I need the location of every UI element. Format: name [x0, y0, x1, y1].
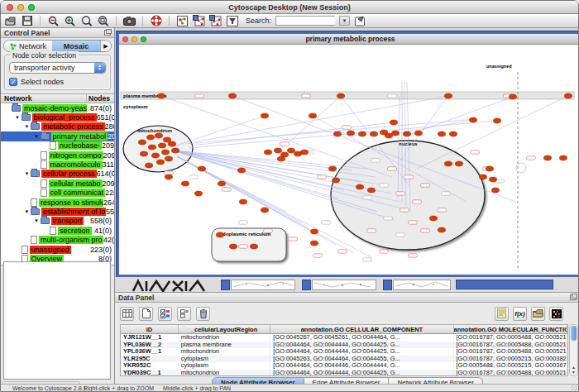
table-row[interactable]: YPL036W__1mitochondrion[GO:0044464, GO:0…: [121, 348, 567, 356]
column-header-2[interactable]: annotation.GO CELLULAR_COMPONENT: [270, 325, 453, 333]
snapshot-camera-icon[interactable]: [123, 15, 136, 26]
network-node[interactable]: [543, 155, 551, 160]
network-node[interactable]: [414, 131, 422, 136]
tree-row-cellular-process[interactable]: ▼cellular process614(0): [1, 170, 114, 179]
more-tabs-arrow[interactable]: ▶: [100, 41, 111, 51]
tree-row-cell-communicat[interactable]: cell communicat22(0): [1, 189, 114, 198]
import-attributes-folder-icon[interactable]: [531, 307, 545, 321]
network-canvas[interactable]: plasma membrane cytoplasm mitochondrion …: [119, 45, 579, 275]
tree-expand-arrow[interactable]: ▼: [23, 209, 31, 214]
tree-row-unassigned[interactable]: unassigned223(0): [1, 245, 114, 254]
birds-eye-view[interactable]: [3, 261, 111, 380]
select-attributes-icon[interactable]: [158, 307, 172, 321]
zoom-out-icon[interactable]: [47, 15, 60, 26]
network-node[interactable]: [300, 150, 308, 155]
network-node[interactable]: [469, 117, 476, 122]
new-network-all-edges-icon[interactable]: [209, 15, 222, 26]
network-node[interactable]: [333, 131, 341, 136]
open-folder-icon[interactable]: [4, 15, 17, 26]
network-node[interactable]: [479, 174, 486, 179]
zoom-fit-icon[interactable]: [97, 15, 109, 26]
tree-expand-arrow[interactable]: ▼: [33, 218, 41, 223]
network-node[interactable]: [194, 191, 202, 196]
network-node[interactable]: [449, 131, 457, 136]
node-color-dropdown[interactable]: transporter activity ▲▼: [9, 62, 106, 74]
network-node[interactable]: [328, 166, 336, 171]
network-node[interactable]: [146, 135, 154, 140]
network-view-frame[interactable]: primary metabolic process plasma membran…: [117, 31, 579, 277]
network-node[interactable]: [163, 137, 170, 142]
matrix-view-icon[interactable]: [549, 307, 563, 321]
column-header-3[interactable]: annotation.GO MOLECULAR_FUNCTION: [454, 325, 567, 333]
tree-row-response-to-stimulu[interactable]: response to stimulu264(0): [1, 198, 114, 207]
network-node[interactable]: [155, 133, 162, 138]
zoom-in-icon[interactable]: [64, 15, 76, 26]
network-node[interactable]: [358, 131, 366, 136]
network-node[interactable]: [403, 131, 410, 136]
tree-row-primary-metabol[interactable]: ▼primary metabol209(...: [1, 131, 114, 141]
close-window-button[interactable]: [7, 4, 13, 11]
frame-zoom-button[interactable]: [141, 36, 146, 42]
network-node[interactable]: [356, 184, 363, 189]
network-node[interactable]: [444, 161, 452, 166]
network-node[interactable]: [239, 199, 246, 204]
network-node[interactable]: [165, 174, 172, 179]
network-node[interactable]: [216, 232, 223, 237]
scrollbar-arrows[interactable]: ▲▼: [570, 365, 577, 375]
network-node[interactable]: [261, 113, 268, 118]
network-node[interactable]: [287, 148, 294, 153]
tab-mosaic[interactable]: Mosaic: [52, 41, 100, 51]
network-node[interactable]: [455, 161, 462, 166]
background-window-edge[interactable]: [383, 280, 392, 290]
tree-row-nitrogen-compo[interactable]: nitrogen compo209(0): [1, 151, 114, 160]
network-node[interactable]: [237, 168, 245, 173]
new-attribute-icon[interactable]: [139, 307, 153, 321]
network-node[interactable]: [148, 145, 156, 150]
table-vertical-scrollbar[interactable]: ▲▼: [569, 324, 578, 376]
background-window-titlebar[interactable]: [456, 280, 553, 289]
table-row[interactable]: YKR052Ccytoplasm[GO:0044464, GO:0044446,…: [121, 362, 567, 370]
network-node[interactable]: [347, 131, 354, 136]
network-node[interactable]: [444, 93, 452, 98]
zoom-actual-icon[interactable]: [80, 15, 93, 26]
table-row[interactable]: YJR121W__1mitochondrion[GO:0045267, GO:0…: [121, 334, 567, 342]
tree-row-biological-process[interactable]: ▼biological_process651(0): [1, 112, 114, 122]
column-header-0[interactable]: ID: [121, 325, 179, 333]
column-header-1[interactable]: _cellularLayoutRegion: [179, 325, 271, 333]
table-row[interactable]: YDR039C__1mitochondrion[GO:0044464, GO:0…: [121, 370, 567, 376]
background-window-edge[interactable]: [302, 280, 311, 290]
network-node[interactable]: [264, 150, 271, 155]
network-node[interactable]: [261, 208, 268, 213]
network-node[interactable]: [161, 150, 169, 155]
network-node[interactable]: [168, 141, 175, 146]
network-node[interactable]: [489, 177, 496, 182]
network-node[interactable]: [157, 93, 165, 98]
float-panel-icon[interactable]: [104, 30, 111, 36]
network-node[interactable]: [156, 160, 164, 165]
network-node[interactable]: [438, 227, 445, 232]
vizmapper-icon[interactable]: [176, 15, 189, 26]
background-window-edge[interactable]: [221, 280, 230, 290]
delete-attribute-icon[interactable]: [196, 307, 210, 321]
tree-row-macromolecule[interactable]: macromolecule311(0): [1, 160, 114, 169]
select-all-attributes-icon[interactable]: [120, 307, 134, 321]
network-node[interactable]: [171, 148, 179, 153]
select-nodes-checkbox[interactable]: ✓: [9, 78, 17, 86]
network-node[interactable]: [564, 93, 572, 98]
new-network-from-selection-icon[interactable]: [193, 15, 205, 26]
tree-row-mosaic-demo-yeast[interactable]: mosaic-demo-yeast874(0): [1, 103, 114, 112]
tree-expand-arrow[interactable]: ▼: [14, 115, 22, 120]
resize-grip[interactable]: [571, 384, 577, 390]
help-lifering-icon[interactable]: [150, 15, 162, 26]
network-node[interactable]: [151, 153, 159, 158]
network-node[interactable]: [229, 244, 237, 249]
background-window-preview[interactable]: [312, 280, 376, 290]
scrollbar-thumb[interactable]: [571, 326, 577, 341]
network-node[interactable]: [390, 120, 397, 125]
network-node[interactable]: [385, 133, 392, 138]
unselect-attributes-icon[interactable]: [177, 307, 191, 321]
tree-expand-arrow[interactable]: ▼: [23, 171, 31, 176]
network-node[interactable]: [391, 131, 399, 136]
network-node[interactable]: [181, 181, 189, 186]
network-node[interactable]: [140, 151, 147, 156]
